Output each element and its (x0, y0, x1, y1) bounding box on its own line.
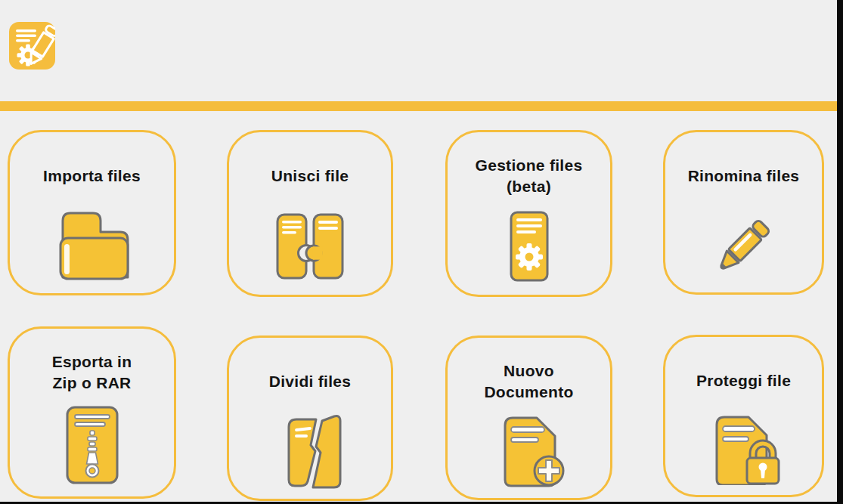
card-rinomina-files-label: Rinomina files (688, 152, 800, 200)
merge-files-icon (273, 200, 347, 295)
card-nuovo-documento-label: Nuovo Documento (484, 357, 573, 406)
split-file-icon (278, 406, 342, 499)
zip-file-icon (66, 397, 119, 496)
folder-icon (54, 200, 131, 293)
card-proteggi-file-label: Proteggi file (696, 357, 791, 405)
card-rinomina-files[interactable]: Rinomina files (663, 130, 824, 295)
card-importa-files[interactable]: Importa files (8, 130, 176, 295)
card-proteggi-file[interactable]: Proteggi file (663, 335, 824, 497)
window-right-edge (837, 0, 843, 504)
divider-bar (0, 101, 837, 111)
pencil-icon (714, 200, 773, 292)
card-dividi-files-label: Dividi files (269, 357, 352, 406)
card-esporta-zip-rar[interactable]: Esporta in Zip o RAR (8, 326, 176, 499)
card-unisci-file[interactable]: Unisci file (227, 130, 393, 297)
file-gear-icon (510, 200, 549, 295)
card-nuovo-documento[interactable]: Nuovo Documento (445, 335, 612, 500)
lock-file-icon (706, 405, 782, 495)
new-document-icon (491, 406, 567, 498)
app-window: Importa files Unisci file (0, 0, 843, 504)
card-importa-files-label: Importa files (43, 152, 141, 200)
card-dividi-files[interactable]: Dividi files (227, 335, 393, 501)
document-gear-pencil-logo (9, 22, 55, 70)
card-unisci-file-label: Unisci file (271, 152, 349, 200)
card-gestione-files-label: Gestione files (beta) (476, 152, 583, 200)
card-gestione-files[interactable]: Gestione files (beta) (445, 130, 612, 297)
card-esporta-zip-rar-label: Esporta in Zip o RAR (52, 348, 132, 397)
